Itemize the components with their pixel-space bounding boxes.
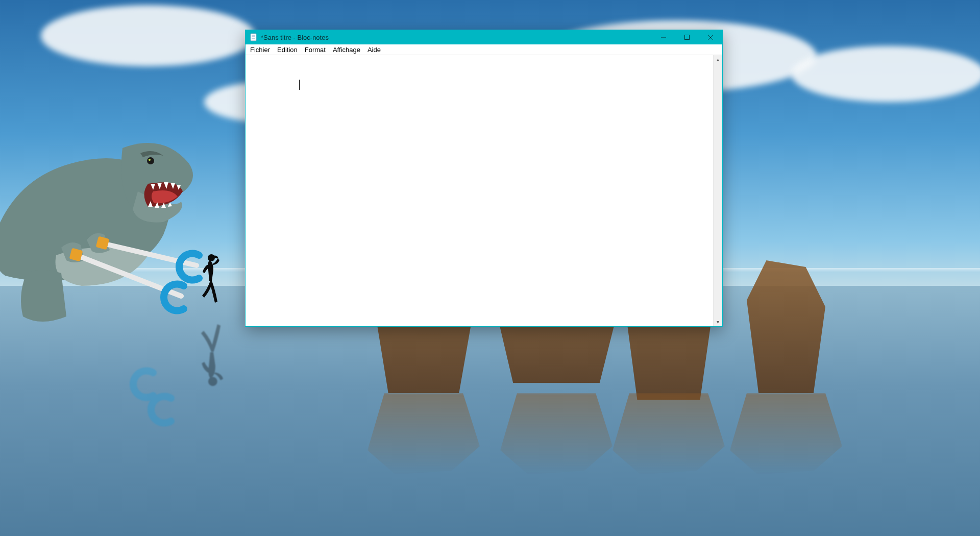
svg-point-16	[208, 377, 217, 386]
menu-edition[interactable]: Edition	[274, 45, 301, 54]
menu-format[interactable]: Format	[301, 45, 329, 54]
svg-rect-22	[685, 35, 690, 40]
notepad-app-icon	[250, 33, 258, 41]
svg-point-10	[149, 159, 151, 161]
minimize-icon	[661, 35, 666, 40]
cloud-decoration	[41, 5, 255, 66]
menu-fichier[interactable]: Fichier	[247, 45, 274, 54]
menu-affichage[interactable]: Affichage	[329, 45, 364, 54]
scroll-down-arrow-icon[interactable]: ▾	[714, 318, 722, 326]
notepad-window[interactable]: *Sans titre - Bloc-notes Fichier Edition…	[245, 30, 723, 327]
window-title: *Sans titre - Bloc-notes	[261, 34, 329, 41]
vertical-scrollbar[interactable]: ▴ ▾	[713, 55, 722, 326]
text-editor[interactable]	[246, 55, 713, 326]
text-caret	[299, 80, 300, 90]
cloud-decoration	[791, 46, 980, 102]
grabber-reflection	[122, 357, 204, 429]
svg-point-9	[147, 157, 154, 164]
close-button[interactable]	[699, 30, 722, 44]
menu-aide[interactable]: Aide	[364, 45, 384, 54]
runner-silhouette	[198, 253, 222, 309]
menubar: Fichier Edition Format Affichage Aide	[246, 44, 722, 55]
editor-area: ▴ ▾	[246, 55, 722, 326]
rock-decoration	[747, 260, 825, 393]
minimize-button[interactable]	[652, 30, 675, 44]
maximize-icon	[684, 35, 690, 40]
close-icon	[708, 35, 713, 40]
maximize-button[interactable]	[675, 30, 699, 44]
svg-rect-17	[251, 34, 256, 41]
runner-reflection	[193, 316, 229, 388]
scroll-up-arrow-icon[interactable]: ▴	[714, 55, 722, 64]
titlebar[interactable]: *Sans titre - Bloc-notes	[246, 30, 722, 44]
